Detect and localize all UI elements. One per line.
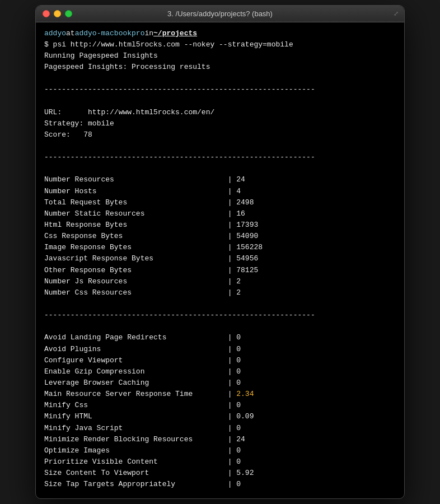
separator-3: ----------------------------------------… <box>44 310 396 321</box>
output-processing: Pagespeed Insights: Processing results <box>44 62 396 73</box>
stat-row: Number Css Resources | 2 <box>44 287 396 298</box>
separator-1: ----------------------------------------… <box>44 84 396 95</box>
rule-row: Minify HTML | 0.09 <box>44 411 396 422</box>
url-line: URL: http://www.html5rocks.com/en/ <box>44 107 396 118</box>
stat-row: Image Response Bytes | 156228 <box>44 242 396 253</box>
rule-row: Size Content To Viewport | 5.92 <box>44 468 396 479</box>
score-line: Score: 78 <box>44 129 396 141</box>
highlighted-value: 2.34 <box>236 390 254 398</box>
stat-row: Number Resources | 24 <box>44 174 396 185</box>
prompt-dollar: $ <box>44 40 53 49</box>
prompt-line: addyo at addyo-macbookpro in ~/projects <box>44 28 396 39</box>
rule-row: Avoid Landing Page Redirects | 0 <box>44 332 396 343</box>
prompt-host: addyo-macbookpro <box>75 28 145 39</box>
stat-row: Number Static Resources | 16 <box>44 208 396 220</box>
stat-row: Number Hosts | 4 <box>44 186 396 197</box>
window-title: 3. /Users/addyo/projects? (bash) <box>167 10 273 18</box>
strategy-line: Strategy: mobile <box>44 118 396 129</box>
traffic-lights <box>43 10 72 17</box>
maximize-button[interactable] <box>65 10 72 17</box>
terminal-window: 3. /Users/addyo/projects? (bash) ⤢ addyo… <box>35 5 405 500</box>
score-label: Score: <box>44 130 71 139</box>
prompt-path: ~/projects <box>153 28 197 39</box>
stat-row: Javascript Response Bytes | 54956 <box>44 253 396 264</box>
titlebar: 3. /Users/addyo/projects? (bash) ⤢ <box>36 6 404 22</box>
rule-row: Optimize Images | 0 <box>44 445 396 456</box>
command-line: $ psi http://www.html5rocks.com --nokey … <box>44 39 396 50</box>
score-value: 78 <box>83 130 92 139</box>
stat-row: Total Request Bytes | 2498 <box>44 197 396 208</box>
minimize-button[interactable] <box>54 10 61 17</box>
close-button[interactable] <box>43 10 50 17</box>
prompt-in: in <box>144 28 153 39</box>
prompt-user: addyo <box>44 28 66 39</box>
stat-row: Html Response Bytes | 17393 <box>44 220 396 231</box>
stats-container: Number Resources | 24Number Hosts | 4Tot… <box>44 174 396 298</box>
rule-row: Minify Css | 0 <box>44 400 396 411</box>
url-value: http://www.html5rocks.com/en/ <box>88 108 214 116</box>
separator-2: ----------------------------------------… <box>44 152 396 163</box>
stat-row: Other Response Bytes | 78125 <box>44 265 396 276</box>
rule-row: Configure Viewport | 0 <box>44 355 396 366</box>
rule-row: Minify Java Script | 0 <box>44 423 396 434</box>
rule-row: Leverage Browser Caching | 0 <box>44 377 396 389</box>
rule-row: Prioritize Visible Content | 0 <box>44 456 396 468</box>
strategy-label: Strategy: <box>44 119 83 128</box>
rule-row: Main Resource Server Response Time | 2.3… <box>44 389 396 400</box>
rule-row: Avoid Plugins | 0 <box>44 344 396 355</box>
url-label: URL: <box>44 108 62 116</box>
rule-row: Minimize Render Blocking Resources | 24 <box>44 434 396 445</box>
stat-row: Number Js Resources | 2 <box>44 276 396 287</box>
stat-row: Css Response Bytes | 54090 <box>44 231 396 242</box>
strategy-value: mobile <box>88 119 114 128</box>
terminal-body[interactable]: addyo at addyo-macbookpro in ~/projects … <box>36 22 404 499</box>
rule-row: Size Tap Targets Appropriately | 0 <box>44 479 396 490</box>
command-text: psi http://www.html5rocks.com --nokey --… <box>53 40 293 49</box>
prompt-at: at <box>66 28 75 39</box>
output-running: Running Pagespeed Insights <box>44 50 396 62</box>
resize-icon: ⤢ <box>394 10 399 17</box>
rule-row: Enable Gzip Compression | 0 <box>44 366 396 377</box>
rules-container: Avoid Landing Page Redirects | 0Avoid Pl… <box>44 332 396 490</box>
